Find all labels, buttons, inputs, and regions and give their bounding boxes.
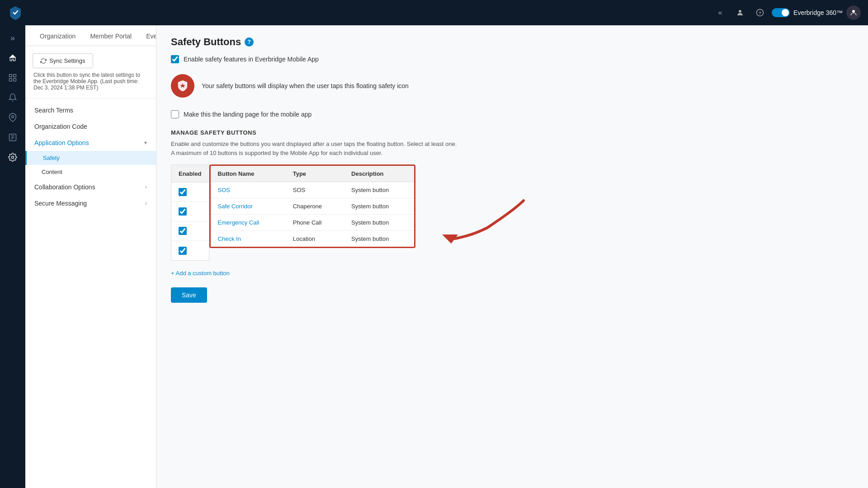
sync-button-label: Sync Settings — [49, 57, 85, 64]
sidebar-item-safety[interactable]: Safety — [25, 151, 156, 165]
svg-point-0 — [739, 10, 741, 13]
application-options-label: Application Options — [34, 139, 89, 146]
description-header: Description — [344, 166, 414, 182]
safety-label: Safety — [43, 155, 60, 161]
page-title: Safety Buttons — [171, 36, 241, 48]
manage-description: Enable and customize the buttons you wan… — [171, 140, 854, 157]
nav-sidebar: Organization Member Portal Everbridge Op… — [25, 25, 156, 488]
enable-safety-label: Enable safety features in Everbridge Mob… — [184, 56, 319, 63]
enabled-row-4-cell — [171, 241, 209, 260]
svg-text:?: ? — [759, 10, 761, 15]
enabled-column-outer: Enabled — [171, 164, 209, 261]
landing-page-checkbox[interactable] — [171, 110, 179, 118]
type-header: Type — [286, 166, 344, 182]
sidebar-item-search-terms[interactable]: Search Terms — [25, 102, 156, 118]
safe-corridor-type: Chaperone — [286, 198, 344, 215]
safety-icon-row: Your safety buttons will display when th… — [171, 72, 854, 99]
safety-icon-description: Your safety buttons will display when th… — [202, 82, 409, 89]
svg-point-3 — [852, 10, 855, 13]
table-container: Enabled Button Name Type Description — [171, 164, 854, 261]
svg-rect-4 — [9, 75, 12, 77]
tab-organization[interactable]: Organization — [33, 25, 83, 46]
sidebar-alerts-button[interactable] — [4, 69, 22, 87]
sidebar-reports-button[interactable] — [4, 128, 22, 146]
search-terms-label: Search Terms — [34, 107, 73, 114]
chevron-right-icon: › — [145, 184, 147, 190]
tab-row: Organization Member Portal Everbridge Op… — [25, 25, 156, 46]
enable-safety-checkbox[interactable] — [171, 55, 179, 63]
sidebar-item-secure-messaging[interactable]: Secure Messaging › — [25, 195, 156, 211]
toggle-switch[interactable] — [772, 8, 790, 17]
section-header: Safety Buttons ? — [171, 36, 854, 48]
enable-safety-row: Enable safety features in Everbridge Mob… — [171, 55, 854, 63]
emergency-call-description: System button — [344, 215, 414, 231]
table-row: Safe Corridor Chaperone System button — [211, 198, 414, 215]
landing-page-label: Make this the landing page for the mobil… — [184, 111, 311, 118]
sidebar-expand-button[interactable]: » — [4, 29, 22, 47]
avatar — [846, 5, 861, 20]
help-button[interactable]: ? — [752, 5, 768, 21]
content-label: Content — [42, 169, 62, 175]
sync-settings-button[interactable]: Sync Settings — [33, 53, 93, 68]
enabled-column-header: Enabled — [171, 165, 209, 183]
safe-corridor-description: System button — [344, 198, 414, 215]
top-navigation: « ? Everbridge 360™ — [0, 0, 868, 25]
icon-sidebar: » — [0, 25, 25, 488]
shield-star-icon — [176, 80, 189, 92]
content-area: Safety Buttons ? Enable safety features … — [156, 25, 868, 488]
help-tooltip-icon[interactable]: ? — [245, 38, 254, 47]
enabled-row-3-cell — [171, 221, 209, 241]
arrow-annotation — [433, 192, 533, 257]
sidebar-item-content[interactable]: Content — [25, 165, 156, 179]
safe-corridor-enabled-checkbox[interactable] — [179, 207, 187, 216]
logo-icon — [7, 5, 24, 21]
manage-title: MANAGE SAFETY BUTTONS — [171, 129, 854, 136]
check-in-enabled-checkbox[interactable] — [179, 247, 187, 255]
sidebar-settings-button[interactable] — [4, 148, 22, 166]
collapse-nav-button[interactable]: « — [712, 5, 728, 21]
sos-enabled-checkbox[interactable] — [179, 188, 187, 196]
table-row: Emergency Call Phone Call System button — [211, 215, 414, 231]
check-in-link[interactable]: Check In — [218, 235, 241, 242]
sidebar-item-collaboration-options[interactable]: Collaboration Options › — [25, 179, 156, 195]
brand-label: Everbridge 360™ — [793, 9, 843, 16]
svg-point-8 — [12, 116, 14, 118]
sidebar-item-organization-code[interactable]: Organization Code — [25, 118, 156, 135]
add-custom-label: + Add a custom button — [171, 270, 230, 277]
sos-link[interactable]: SOS — [218, 187, 230, 193]
nav-menu: Search Terms Organization Code Applicati… — [25, 99, 156, 215]
sidebar-location-button[interactable] — [4, 108, 22, 127]
chevron-down-icon: ▾ — [144, 140, 147, 146]
secure-messaging-label: Secure Messaging — [34, 200, 87, 207]
button-name-header: Button Name — [211, 166, 286, 182]
sidebar-home-button[interactable] — [4, 49, 22, 67]
sidebar-notifications-button[interactable] — [4, 89, 22, 107]
enabled-row-2-cell — [171, 202, 209, 221]
user-profile-button[interactable] — [732, 5, 748, 21]
check-in-type: Location — [286, 231, 344, 247]
everbridge-360-toggle[interactable]: Everbridge 360™ — [772, 8, 843, 17]
emergency-call-enabled-checkbox[interactable] — [179, 227, 187, 235]
collaboration-options-label: Collaboration Options — [34, 183, 95, 191]
safety-buttons-table: Button Name Type Description SOS SOS Sys… — [211, 166, 414, 247]
emergency-call-link[interactable]: Emergency Call — [218, 219, 259, 226]
svg-rect-7 — [14, 79, 16, 81]
safe-corridor-link[interactable]: Safe Corridor — [218, 203, 253, 210]
sync-area: Sync Settings Click this button to sync … — [25, 46, 156, 99]
safety-float-icon — [171, 74, 194, 98]
sync-icon — [40, 58, 47, 64]
svg-point-10 — [12, 156, 14, 159]
arrow-svg — [433, 192, 533, 255]
table-row: Check In Location System button — [211, 231, 414, 247]
tab-everbridge-open[interactable]: Everbridge Open — [139, 25, 156, 46]
save-button[interactable]: Save — [171, 287, 207, 303]
sync-info-text: Click this button to sync the latest set… — [33, 72, 149, 91]
top-nav-left — [7, 5, 24, 21]
add-custom-button[interactable]: + Add a custom button — [171, 268, 230, 278]
tab-member-portal[interactable]: Member Portal — [83, 25, 139, 46]
sos-type: SOS — [286, 182, 344, 198]
svg-rect-5 — [14, 75, 16, 77]
sidebar-item-application-options[interactable]: Application Options ▾ — [25, 135, 156, 151]
top-nav-right: « ? Everbridge 360™ — [712, 5, 861, 21]
chevron-right-icon-2: › — [145, 200, 147, 206]
